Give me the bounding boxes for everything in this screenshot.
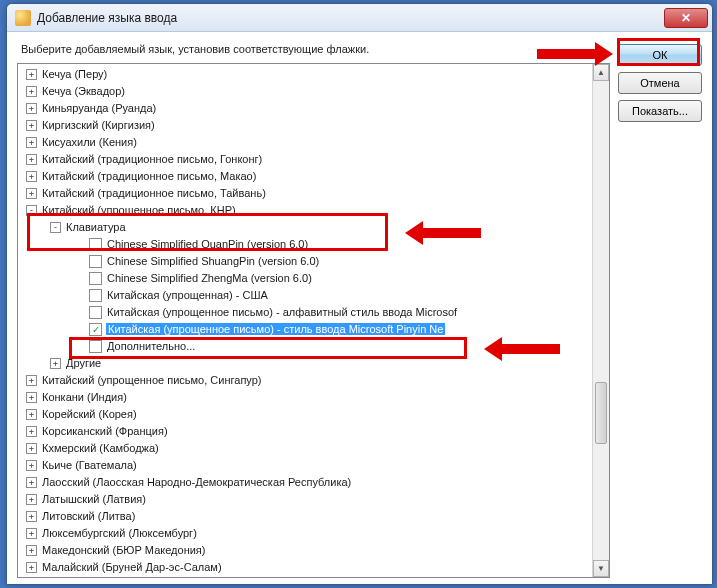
- checkbox[interactable]: ✓: [89, 323, 102, 336]
- tree-row[interactable]: +Китайский (традиционное письмо, Гонконг…: [18, 151, 592, 168]
- tree-row[interactable]: +Кечуа (Перу): [18, 66, 592, 83]
- tree-row[interactable]: -Клавиатура: [18, 219, 592, 236]
- tree-row[interactable]: +Кечуа (Эквадор): [18, 83, 592, 100]
- expand-icon[interactable]: +: [26, 562, 37, 573]
- expand-icon[interactable]: +: [26, 426, 37, 437]
- tree-row[interactable]: +Корейский (Корея): [18, 406, 592, 423]
- tree-row[interactable]: Chinese Simplified QuanPin (version 6.0): [18, 236, 592, 253]
- tree-item-label: Китайская (упрощенное письмо) - стиль вв…: [106, 323, 445, 335]
- tree-container: +Кечуа (Перу)+Кечуа (Эквадор)+Киньяруанд…: [17, 63, 610, 578]
- checkbox[interactable]: [89, 272, 102, 285]
- tree-item-label: Дополнительно...: [106, 340, 196, 352]
- cancel-button[interactable]: Отмена: [618, 72, 702, 94]
- checkbox[interactable]: [89, 238, 102, 251]
- collapse-icon[interactable]: -: [26, 205, 37, 216]
- collapse-icon[interactable]: -: [50, 222, 61, 233]
- tree-item-label: Киньяруанда (Руанда): [41, 102, 157, 114]
- expand-icon[interactable]: +: [26, 528, 37, 539]
- tree-item-label: Chinese Simplified QuanPin (version 6.0): [106, 238, 309, 250]
- tree-row[interactable]: +Литовский (Литва): [18, 508, 592, 525]
- tree-row[interactable]: +Киньяруанда (Руанда): [18, 100, 592, 117]
- dialog-window: Добавление языка ввода ✕ Выберите добавл…: [6, 3, 713, 585]
- tree-row[interactable]: +Китайский (традиционное письмо, Тайвань…: [18, 185, 592, 202]
- tree-row[interactable]: +Кисуахили (Кения): [18, 134, 592, 151]
- arrow-to-keyboard: [484, 337, 560, 361]
- show-button[interactable]: Показать...: [618, 100, 702, 122]
- tree-row[interactable]: +Македонский (БЮР Македония): [18, 542, 592, 559]
- tree-row[interactable]: -Китайский (упрощенное письмо, КНР): [18, 202, 592, 219]
- tree-row[interactable]: +Китайский (упрощенное письмо, Сингапур): [18, 372, 592, 389]
- tree-row[interactable]: Chinese Simplified ZhengMa (version 6.0): [18, 270, 592, 287]
- tree-row[interactable]: +Люксембургский (Люксембург): [18, 525, 592, 542]
- expand-icon[interactable]: +: [26, 120, 37, 131]
- app-icon: [15, 10, 31, 26]
- expand-icon[interactable]: +: [26, 477, 37, 488]
- expand-icon[interactable]: +: [26, 171, 37, 182]
- expand-icon[interactable]: +: [26, 511, 37, 522]
- instruction-text: Выберите добавляемый язык, установив соо…: [17, 42, 610, 57]
- tree-row[interactable]: +Кьиче (Гватемала): [18, 457, 592, 474]
- checkbox[interactable]: [89, 340, 102, 353]
- window-title: Добавление языка ввода: [37, 11, 664, 25]
- expand-icon[interactable]: +: [26, 154, 37, 165]
- expand-icon[interactable]: +: [26, 409, 37, 420]
- tree-item-label: Кечуа (Перу): [41, 68, 108, 80]
- tree-row[interactable]: +Малайский (Бруней Дар-эс-Салам): [18, 559, 592, 576]
- tree-item-label: Малайский (Бруней Дар-эс-Салам): [41, 561, 223, 573]
- tree-item-label: Корейский (Корея): [41, 408, 138, 420]
- expand-icon[interactable]: +: [26, 69, 37, 80]
- expand-icon[interactable]: +: [26, 392, 37, 403]
- scroll-thumb[interactable]: [595, 382, 607, 444]
- tree-row[interactable]: +Киргизский (Киргизия): [18, 117, 592, 134]
- tree-row[interactable]: Китайская (упрощенное письмо) - алфавитн…: [18, 304, 592, 321]
- tree-item-label: Китайский (традиционное письмо, Гонконг): [41, 153, 263, 165]
- tree-item-label: Китайский (упрощенное письмо, Сингапур): [41, 374, 263, 386]
- expand-icon[interactable]: +: [26, 137, 37, 148]
- expand-icon[interactable]: +: [26, 443, 37, 454]
- language-tree[interactable]: +Кечуа (Перу)+Кечуа (Эквадор)+Киньяруанд…: [18, 64, 592, 577]
- expand-icon[interactable]: +: [26, 460, 37, 471]
- tree-item-label: Китайский (традиционное письмо, Тайвань): [41, 187, 267, 199]
- expand-icon[interactable]: +: [26, 494, 37, 505]
- ok-button[interactable]: ОК: [618, 44, 702, 66]
- tree-row[interactable]: ✓Китайская (упрощенное письмо) - стиль в…: [18, 321, 592, 338]
- expand-icon[interactable]: +: [26, 375, 37, 386]
- tree-row[interactable]: +Китайский (традиционное письмо, Макао): [18, 168, 592, 185]
- tree-item-label: Корсиканский (Франция): [41, 425, 169, 437]
- tree-row[interactable]: +Кхмерский (Камбоджа): [18, 440, 592, 457]
- close-button[interactable]: ✕: [664, 8, 708, 28]
- tree-item-label: Китайская (упрощенная) - США: [106, 289, 269, 301]
- checkbox[interactable]: [89, 255, 102, 268]
- arrow-to-ok: [537, 42, 613, 66]
- tree-row[interactable]: +Латышский (Латвия): [18, 491, 592, 508]
- tree-item-label: Киргизский (Киргизия): [41, 119, 156, 131]
- tree-item-label: Латышский (Латвия): [41, 493, 147, 505]
- tree-row[interactable]: +Конкани (Индия): [18, 389, 592, 406]
- tree-row[interactable]: Китайская (упрощенная) - США: [18, 287, 592, 304]
- scroll-up-button[interactable]: ▲: [593, 64, 609, 81]
- tree-row[interactable]: +Корсиканский (Франция): [18, 423, 592, 440]
- tree-item-label: Chinese Simplified ShuangPin (version 6.…: [106, 255, 320, 267]
- tree-item-label: Лаосский (Лаосская Народно-Демократическ…: [41, 476, 352, 488]
- expand-icon[interactable]: +: [26, 103, 37, 114]
- tree-item-label: Конкани (Индия): [41, 391, 128, 403]
- expand-icon[interactable]: +: [26, 86, 37, 97]
- scroll-down-button[interactable]: ▼: [593, 560, 609, 577]
- tree-row[interactable]: +Малайский (Малайзия): [18, 576, 592, 577]
- expand-icon[interactable]: +: [26, 188, 37, 199]
- arrow-to-language: [405, 221, 481, 245]
- tree-item-label: Люксембургский (Люксембург): [41, 527, 198, 539]
- expand-icon[interactable]: +: [50, 358, 61, 369]
- expand-icon[interactable]: +: [26, 545, 37, 556]
- checkbox[interactable]: [89, 289, 102, 302]
- tree-row[interactable]: Chinese Simplified ShuangPin (version 6.…: [18, 253, 592, 270]
- left-column: Выберите добавляемый язык, установив соо…: [17, 42, 610, 578]
- tree-item-label: Кисуахили (Кения): [41, 136, 138, 148]
- button-column: ОК Отмена Показать...: [618, 42, 702, 578]
- tree-item-label: Китайский (традиционное письмо, Макао): [41, 170, 257, 182]
- tree-item-label: Chinese Simplified ZhengMa (version 6.0): [106, 272, 313, 284]
- tree-item-label: Литовский (Литва): [41, 510, 136, 522]
- vertical-scrollbar[interactable]: ▲ ▼: [592, 64, 609, 577]
- checkbox[interactable]: [89, 306, 102, 319]
- tree-row[interactable]: +Лаосский (Лаосская Народно-Демократичес…: [18, 474, 592, 491]
